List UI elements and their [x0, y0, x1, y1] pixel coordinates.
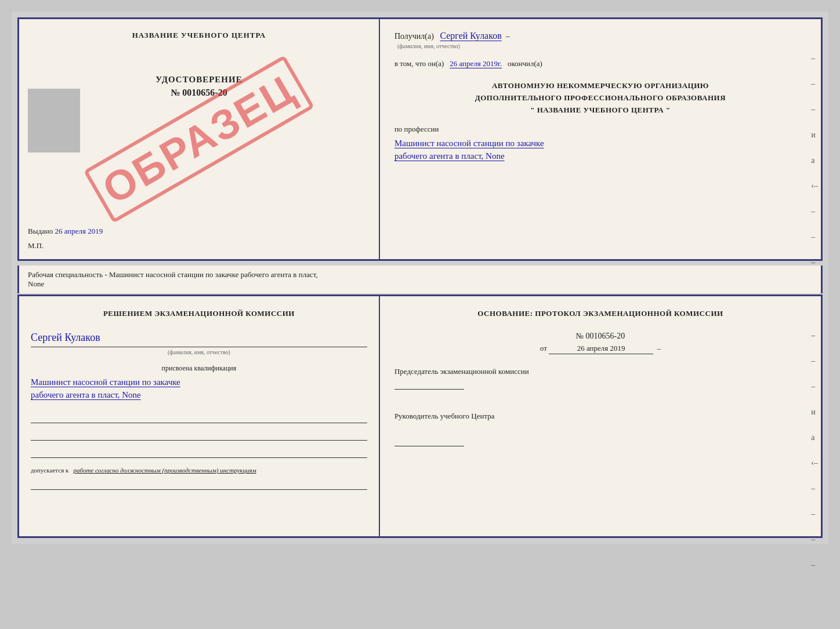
rukov-sig-line — [394, 435, 464, 446]
cert-left-panel: НАЗВАНИЕ УЧЕБНОГО ЦЕНТРА УДОСТОВЕРЕНИЕ №… — [19, 19, 380, 259]
cert-bottom-right: – – – и а ‹– – – – – Основание: протокол… — [380, 296, 821, 536]
dash1: – — [811, 54, 818, 63]
issued-date: 26 апреля 2019 — [55, 227, 103, 235]
qual-label: присвоена квалификация — [31, 364, 367, 373]
received-subtitle: (фамилия, имя, отчество) — [397, 43, 460, 49]
person-name: Сергей Кулаков — [31, 332, 367, 344]
bdash7: – — [811, 484, 818, 493]
допускается-label: допускается к — [31, 467, 68, 474]
photo-placeholder — [28, 89, 80, 152]
received-label: Получил(а) — [394, 32, 434, 41]
dash2: – — [811, 79, 818, 89]
protocol-number: № 0010656-20 — [394, 332, 806, 341]
допускается-text: допускается к работе согласно должностны… — [31, 467, 367, 474]
sig-line2 — [31, 429, 367, 441]
mp-line: М.П. — [28, 241, 44, 250]
bdash5: а — [811, 433, 818, 442]
chairman-sig-line — [394, 378, 464, 390]
prof-line2: рабочего агента в пласт, None — [394, 151, 806, 161]
bdash3: – — [811, 382, 818, 391]
bdash2: – — [811, 357, 818, 366]
допускается-value: работе согласно должностным (производств… — [74, 467, 256, 474]
org-line1: АВТОНОМНУЮ НЕКОММЕРЧЕСКУЮ ОРГАНИЗАЦИЮ — [394, 80, 806, 92]
separator-text: Рабочая специальность - Машинист насосно… — [17, 266, 823, 293]
protocol-date-label: от — [540, 344, 547, 352]
dash9: – — [811, 258, 818, 267]
right-dashes-bottom: – – – и а ‹– – – – – — [811, 331, 818, 570]
person-name-block: Сергей Кулаков — [31, 332, 367, 347]
bdash4: и — [811, 408, 818, 417]
issued-line: Выдано 26 апреля 2019 — [28, 227, 103, 236]
osnov-title: Основание: протокол экзаменационной коми… — [394, 308, 806, 320]
dash8: – — [811, 232, 818, 242]
date-label: в том, что он(а) — [394, 59, 444, 68]
bdash6: ‹– — [811, 459, 818, 468]
rukov-title: Руководитель учебного Центра — [394, 412, 495, 420]
dash5: а — [811, 156, 818, 165]
cert-bottom-left: Решением экзаменационной комиссии Сергей… — [19, 296, 380, 536]
bdash8: – — [811, 510, 818, 519]
qual-line2: рабочего агента в пласт, None — [31, 390, 367, 400]
bottom-certificate: Решением экзаменационной комиссии Сергей… — [17, 294, 823, 538]
date-value: 26 апреля 2019г. — [450, 59, 502, 68]
chairman-text: Председатель экзаменационной комиссии — [394, 366, 806, 394]
bdash1: – — [811, 331, 818, 340]
protocol-date: от 26 апреля 2019 – — [394, 344, 806, 354]
received-name: Сергей Кулаков — [440, 31, 501, 41]
qual-line1: Машинист насосной станции по закачке — [31, 377, 367, 387]
received-line: Получил(а) Сергей Кулаков – (фамилия, им… — [394, 31, 806, 50]
protocol-number-value: № 0010656-20 — [576, 332, 625, 340]
dash7: – — [811, 207, 818, 216]
protocol-date-value: 26 апреля 2019 — [549, 344, 653, 354]
page-container: НАЗВАНИЕ УЧЕБНОГО ЦЕНТРА УДОСТОВЕРЕНИЕ №… — [12, 12, 828, 544]
rukov-text: Руководитель учебного Центра — [394, 410, 806, 450]
cert-right-panel: – – – и а ‹– – – – Получил(а) Сергей Кул… — [380, 19, 821, 259]
sep-text2: None — [28, 279, 44, 288]
cert-title: УДОСТОВЕРЕНИЕ — [28, 75, 370, 85]
center-name-top: НАЗВАНИЕ УЧЕБНОГО ЦЕНТРА — [28, 31, 370, 40]
profession-label: по профессии — [394, 125, 806, 134]
sig-line-bottom — [31, 478, 367, 490]
org-line2: ДОПОЛНИТЕЛЬНОГО ПРОФЕССИОНАЛЬНОГО ОБРАЗО… — [394, 92, 806, 104]
signature-lines — [31, 412, 367, 458]
person-subtitle: (фамилия, имя, отчество) — [31, 349, 367, 355]
chairman-title: Председатель экзаменационной комиссии — [394, 367, 529, 376]
date-end-label: окончил(а) — [508, 59, 542, 68]
sep-text1: Рабочая специальность - Машинист насосно… — [28, 270, 318, 279]
dash3: – — [811, 105, 818, 114]
bdash9: – — [811, 535, 818, 544]
sig-line3 — [31, 446, 367, 458]
dash6: ‹– — [811, 181, 818, 191]
sig-line1 — [31, 412, 367, 423]
decision-text: Решением экзаменационной комиссии — [31, 308, 367, 320]
issued-label: Выдано — [28, 227, 53, 235]
top-certificate: НАЗВАНИЕ УЧЕБНОГО ЦЕНТРА УДОСТОВЕРЕНИЕ №… — [17, 17, 823, 261]
org-block: АВТОНОМНУЮ НЕКОММЕРЧЕСКУЮ ОРГАНИЗАЦИЮ ДО… — [394, 80, 806, 116]
dash4: и — [811, 130, 818, 140]
org-line3: " НАЗВАНИЕ УЧЕБНОГО ЦЕНТРА " — [394, 104, 806, 117]
prof-line1: Машинист насосной станции по закачке — [394, 139, 806, 148]
date-line: в том, что он(а) 26 апреля 2019г. окончи… — [394, 59, 806, 68]
bdash10: – — [811, 561, 818, 570]
right-dashes: – – – и а ‹– – – – — [811, 54, 818, 267]
